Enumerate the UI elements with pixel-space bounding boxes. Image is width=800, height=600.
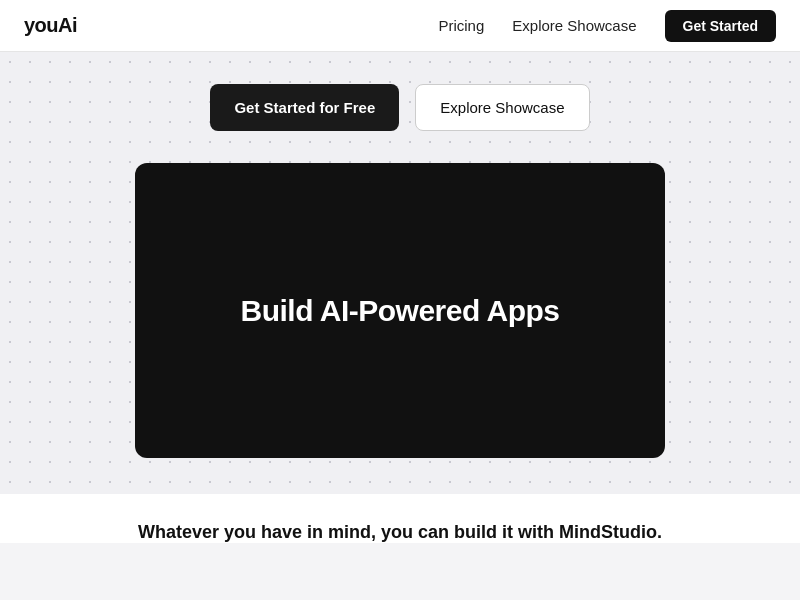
explore-showcase-button[interactable]: Explore Showcase <box>415 84 589 131</box>
logo: youAi <box>24 14 77 37</box>
hero-buttons: Get Started for Free Explore Showcase <box>210 84 589 131</box>
hero-video-text: Build AI-Powered Apps <box>241 294 560 328</box>
tagline-section: Whatever you have in mind, you can build… <box>0 494 800 543</box>
get-started-free-button[interactable]: Get Started for Free <box>210 84 399 131</box>
tagline-text: Whatever you have in mind, you can build… <box>138 522 662 543</box>
nav-pricing[interactable]: Pricing <box>438 17 484 34</box>
nav-explore-showcase[interactable]: Explore Showcase <box>512 17 636 34</box>
hero-section: Get Started for Free Explore Showcase Bu… <box>0 52 800 494</box>
nav-get-started-button[interactable]: Get Started <box>665 10 776 42</box>
navbar: youAi Pricing Explore Showcase Get Start… <box>0 0 800 52</box>
hero-video: Build AI-Powered Apps <box>135 163 665 458</box>
nav-links: Pricing Explore Showcase Get Started <box>438 10 776 42</box>
